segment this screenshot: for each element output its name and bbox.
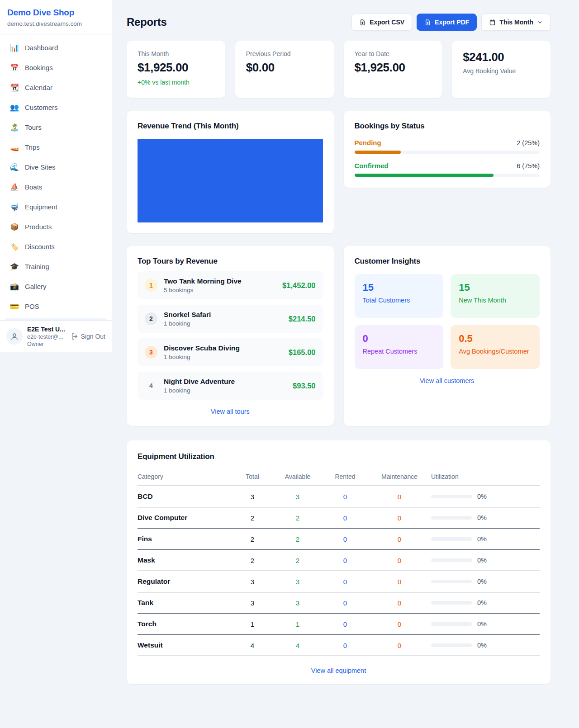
stat-label: Avg Booking Value	[463, 67, 540, 75]
tour-row[interactable]: 4 Night Dive Adventure 1 booking $93.50	[138, 372, 323, 400]
view-all-customers-link[interactable]: View all customers	[355, 377, 540, 384]
equipment-total: 3	[232, 571, 273, 592]
equipment-maintenance: 0	[368, 529, 431, 550]
sidebar-nav-item[interactable]: 📅 Bookings	[4, 60, 108, 76]
period-dropdown[interactable]: This Month	[481, 14, 551, 31]
tour-bookings: 1 booking	[164, 354, 282, 360]
utilization-percent: 0%	[477, 535, 487, 543]
view-all-equipment-link[interactable]: View all equipment	[138, 667, 540, 674]
sidebar-nav-item[interactable]: 📊 Dashboard	[4, 40, 108, 56]
equipment-available: 2	[273, 529, 323, 550]
equipment-category: Wetsuit	[138, 635, 232, 656]
equipment-rented: 0	[323, 614, 368, 635]
tour-bookings: 5 bookings	[164, 287, 276, 293]
col-available: Available	[273, 468, 323, 486]
chevron-down-icon	[537, 19, 543, 25]
logout-icon	[71, 333, 78, 340]
tour-name: Night Dive Adventure	[164, 378, 286, 386]
file-download-icon	[359, 19, 366, 26]
insight-value: 15	[459, 282, 532, 293]
equipment-row: Torch 1 1 0 0 0%	[138, 614, 540, 635]
sidebar-nav-item[interactable]: ⛵ Boats	[4, 179, 108, 195]
equipment-title: Equipment Utilization	[138, 452, 540, 461]
equipment-maintenance: 0	[368, 614, 431, 635]
stat-label: Previous Period	[246, 50, 323, 57]
sidebar-nav-item[interactable]: 👥 Customers	[4, 99, 108, 115]
sidebar-nav-item[interactable]: 📦 Products	[4, 219, 108, 235]
export-pdf-button[interactable]: Export PDF	[417, 14, 477, 31]
equipment-available: 1	[273, 614, 323, 635]
nav-item-icon: 📅	[10, 63, 19, 72]
equipment-row: Tank 3 3 0 0 0%	[138, 592, 540, 614]
stat-value: $1,925.00	[355, 61, 432, 75]
equipment-maintenance: 0	[368, 550, 431, 571]
view-all-tours-link[interactable]: View all tours	[138, 408, 323, 415]
calendar-icon	[489, 19, 496, 26]
stat-card-previous-period: Previous Period $0.00	[235, 41, 334, 98]
stat-card-year-to-date: Year to Date $1,925.00	[344, 41, 442, 98]
equipment-utilization-cell: 0%	[431, 614, 540, 635]
nav-item-label: Trips	[25, 143, 40, 151]
user-panel: E2E Test U... e2e-tester@... Owner Sign …	[0, 320, 112, 352]
tour-row[interactable]: 2 Snorkel Safari 1 booking $214.50	[138, 305, 323, 333]
tour-row[interactable]: 3 Discover Scuba Diving 1 booking $165.0…	[138, 338, 323, 366]
sidebar-nav-item[interactable]: 🚤 Trips	[4, 139, 108, 155]
sidebar-nav-item[interactable]: 🏝️ Tours	[4, 119, 108, 135]
sidebar-nav-item[interactable]: 📆 Calendar	[4, 80, 108, 95]
sidebar-nav-item[interactable]: 🌊 Dive Sites	[4, 159, 108, 175]
export-pdf-label: Export PDF	[435, 19, 469, 26]
status-progress-fill	[355, 151, 401, 154]
revenue-trend-panel: Revenue Trend (This Month)	[127, 111, 334, 233]
tour-revenue: $214.50	[289, 315, 316, 323]
col-utilization: Utilization	[431, 468, 540, 486]
rank-badge: 3	[145, 346, 157, 359]
equipment-utilization-cell: 0%	[431, 529, 540, 550]
equipment-rented: 0	[323, 529, 368, 550]
sidebar-nav-item[interactable]: 🤿 Equipment	[4, 199, 108, 215]
customer-insights-title: Customer Insights	[355, 257, 540, 266]
equipment-available: 4	[273, 635, 323, 656]
equipment-table: Category Total Available Rented Maintena…	[138, 468, 540, 656]
col-category: Category	[138, 468, 232, 486]
sidebar-nav-item[interactable]: 📸 Gallery	[4, 279, 108, 294]
tour-row[interactable]: 1 Two Tank Morning Dive 5 bookings $1,45…	[138, 271, 323, 299]
file-download-icon	[424, 19, 431, 26]
nav-item-label: Tours	[25, 123, 42, 131]
stat-card-this-month: This Month $1,925.00 +0% vs last month	[127, 41, 225, 98]
equipment-category: Fins	[138, 529, 232, 550]
equipment-available: 3	[273, 486, 323, 507]
utilization-bar	[431, 558, 472, 562]
equipment-total: 3	[232, 592, 273, 614]
equipment-category: Dive Computer	[138, 507, 232, 529]
user-email: e2e-tester@...	[27, 334, 66, 340]
sign-out-button[interactable]: Sign Out	[71, 333, 105, 340]
nav-item-icon: 🎓	[10, 262, 19, 271]
tour-info: Two Tank Morning Dive 5 bookings	[164, 277, 276, 293]
utilization-percent: 0%	[477, 493, 487, 500]
shop-name: Demo Dive Shop	[7, 8, 104, 18]
shop-brand: Demo Dive Shop demo.test.divestreams.com	[0, 0, 112, 34]
top-tours-panel: Top Tours by Revenue 1 Two Tank Morning …	[127, 246, 334, 426]
tour-revenue: $93.50	[293, 382, 315, 390]
nav-item-icon: ⛵	[10, 183, 19, 191]
sidebar-nav-item[interactable]: 💳 POS	[4, 298, 108, 314]
utilization-percent: 0%	[477, 578, 487, 585]
col-rented: Rented	[323, 468, 368, 486]
sidebar-nav: 📊 Dashboard 📅 Bookings 📆 Calendar 👥 Cust…	[0, 34, 112, 320]
equipment-utilization-cell: 0%	[431, 571, 540, 592]
nav-item-icon: 👥	[10, 103, 19, 112]
nav-item-icon: 📦	[10, 222, 19, 231]
insight-tile: 15 Total Customers	[355, 274, 444, 318]
user-name: E2E Test U...	[27, 326, 66, 333]
sidebar-nav-item[interactable]: 🎓 Training	[4, 259, 108, 274]
insights-row: Top Tours by Revenue 1 Two Tank Morning …	[127, 246, 551, 426]
equipment-available: 2	[273, 550, 323, 571]
nav-item-label: Calendar	[25, 84, 52, 91]
equipment-total: 2	[232, 507, 273, 529]
equipment-utilization-cell: 0%	[431, 507, 540, 529]
tour-bookings: 1 booking	[164, 387, 286, 394]
nav-item-label: Discounts	[25, 243, 55, 251]
export-csv-button[interactable]: Export CSV	[351, 14, 412, 31]
sidebar-nav-item[interactable]: 🏷️ Discounts	[4, 239, 108, 255]
user-role: Owner	[27, 341, 66, 347]
